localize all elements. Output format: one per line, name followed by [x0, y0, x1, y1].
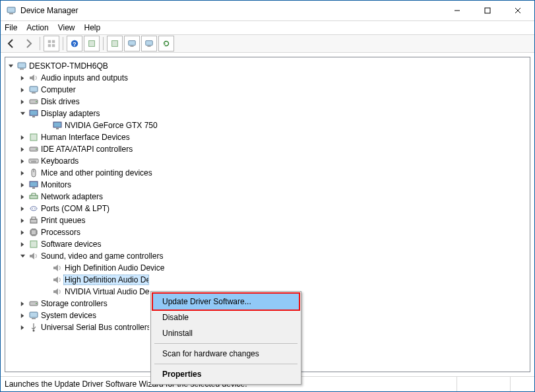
tree-node[interactable]: IDE ATA/ATAPI controllers: [5, 143, 530, 155]
collapse-icon[interactable]: [17, 253, 28, 259]
menu-file[interactable]: File: [5, 23, 17, 32]
window-title: Device Manager: [20, 6, 442, 15]
collapse-icon[interactable]: [17, 111, 28, 117]
tree-node[interactable]: Software devices: [5, 238, 530, 250]
computer-icon: [16, 61, 28, 71]
expand-icon[interactable]: [17, 206, 28, 212]
expand-icon[interactable]: [17, 325, 28, 331]
tree-node-label: IDE ATA/ATAPI controllers: [40, 145, 134, 154]
tree-node-label: Print queues: [40, 216, 86, 225]
minimize-button[interactable]: [442, 1, 472, 20]
ctx-uninstall[interactable]: Uninstall: [153, 325, 299, 341]
forward-button[interactable]: [20, 36, 36, 51]
tree-node[interactable]: Ports (COM & LPT): [5, 203, 530, 214]
printer-icon: [28, 215, 40, 226]
tree-node[interactable]: Disk drives: [5, 96, 530, 108]
scan-hardware-button[interactable]: [158, 36, 174, 51]
tree-node-label: High Definition Audio Device: [63, 275, 149, 285]
display-icon: [51, 120, 63, 131]
computer-icon: [28, 84, 40, 95]
svg-rect-24: [485, 8, 490, 13]
tree-node[interactable]: Processors: [5, 226, 530, 238]
ctx-update-driver[interactable]: Update Driver Software...: [153, 294, 299, 310]
expand-icon[interactable]: [17, 87, 28, 93]
expand-icon[interactable]: [17, 218, 28, 224]
update-driver-button[interactable]: [107, 36, 123, 51]
tree-node-label: Monitors: [40, 180, 73, 189]
tree-node[interactable]: Computer: [5, 84, 530, 96]
speaker-icon: [28, 73, 40, 83]
expand-icon[interactable]: [17, 182, 28, 188]
collapse-icon[interactable]: [5, 63, 16, 69]
menu-action[interactable]: Action: [26, 23, 48, 32]
menu-view[interactable]: View: [58, 23, 75, 32]
disable-button[interactable]: [141, 36, 157, 51]
expand-icon[interactable]: [17, 170, 28, 176]
expand-icon[interactable]: [17, 194, 28, 200]
tree-node-label: Audio inputs and outputs: [40, 73, 129, 82]
tree-node-label: Disk drives: [40, 97, 81, 106]
system-icon: [28, 310, 40, 321]
display-icon: [28, 108, 40, 119]
menu-help[interactable]: Help: [84, 23, 101, 32]
tree-node[interactable]: Print queues: [5, 214, 530, 226]
tree-node[interactable]: Sound, video and game controllers: [5, 250, 530, 262]
tree-node[interactable]: Display adapters: [5, 108, 530, 119]
tree-node-label: Computer: [40, 85, 77, 94]
ports-icon: [28, 203, 40, 214]
speaker-icon: [51, 275, 63, 285]
usb-icon: [28, 322, 40, 333]
tree-node[interactable]: NVIDIA GeForce GTX 750: [5, 119, 530, 131]
tree-node[interactable]: Monitors: [5, 179, 530, 191]
tree-node-label: Processors: [40, 228, 82, 237]
speaker-icon: [51, 263, 63, 273]
help-button[interactable]: [67, 36, 82, 51]
tree-node-label: Display adapters: [40, 109, 101, 118]
tree-node-label: NVIDIA Virtual Audio Device: [63, 287, 149, 296]
storage-icon: [28, 298, 40, 309]
expand-icon[interactable]: [17, 242, 28, 247]
speaker-icon: [28, 251, 40, 261]
back-button[interactable]: [3, 36, 19, 51]
tree-root[interactable]: DESKTOP-TMDH6QB: [5, 60, 530, 72]
close-button[interactable]: [503, 1, 533, 20]
ctx-scan-hardware[interactable]: Scan for hardware changes: [153, 346, 299, 362]
keyboard-icon: [28, 156, 40, 166]
maximize-button[interactable]: [472, 1, 503, 20]
disk-icon: [28, 96, 40, 107]
tree-node[interactable]: Keyboards: [5, 155, 530, 167]
tree-node-label: Human Interface Devices: [40, 133, 131, 142]
network-icon: [28, 191, 40, 202]
tree-node[interactable]: Human Interface Devices: [5, 131, 530, 143]
expand-icon[interactable]: [17, 301, 28, 307]
expand-icon[interactable]: [17, 313, 28, 319]
tree-node-label: Keyboards: [40, 156, 80, 166]
tree-node-label: Sound, video and game controllers: [40, 251, 164, 261]
properties-button[interactable]: [84, 36, 100, 51]
expand-icon[interactable]: [17, 135, 28, 141]
hid-icon: [28, 132, 40, 143]
uninstall-button[interactable]: [124, 36, 140, 51]
tree-node[interactable]: Network adapters: [5, 191, 530, 203]
tree-node-label: Network adapters: [40, 192, 104, 201]
tree-node-label: DESKTOP-TMDH6QB: [28, 61, 110, 71]
expand-icon[interactable]: [17, 147, 28, 152]
expand-icon[interactable]: [17, 75, 28, 81]
monitor-icon: [28, 180, 40, 190]
tree-node[interactable]: Audio inputs and outputs: [5, 72, 530, 84]
titlebar[interactable]: Device Manager: [1, 1, 534, 21]
ctx-properties[interactable]: Properties: [153, 366, 299, 382]
tree-node[interactable]: High Definition Audio Device: [5, 274, 530, 286]
toolbar: [1, 34, 534, 53]
tree-node-label: Mice and other pointing devices: [40, 168, 154, 178]
tree-node[interactable]: High Definition Audio Device: [5, 262, 530, 274]
expand-icon[interactable]: [17, 158, 28, 164]
app-icon: [6, 5, 16, 16]
tree-node-label: Storage controllers: [40, 299, 109, 308]
expand-icon[interactable]: [17, 99, 28, 105]
tree-node[interactable]: Mice and other pointing devices: [5, 167, 530, 179]
ctx-disable[interactable]: Disable: [153, 310, 299, 325]
cpu-icon: [28, 227, 40, 238]
show-hide-tree-button[interactable]: [44, 36, 59, 51]
expand-icon[interactable]: [17, 230, 28, 236]
